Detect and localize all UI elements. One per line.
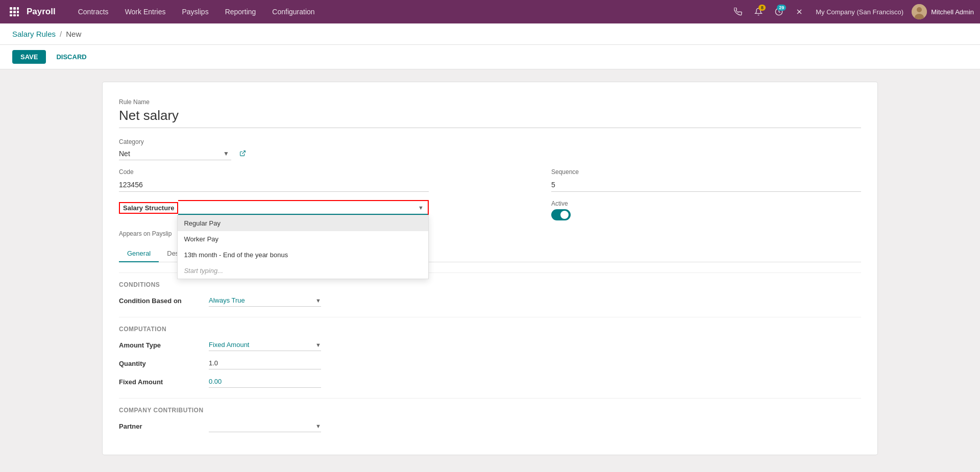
salary-structure-dropdown-list: Regular Pay Worker Pay 13th month - End … bbox=[177, 215, 429, 279]
condition-based-on-select[interactable]: Always True bbox=[209, 294, 313, 306]
code-label: Code bbox=[119, 168, 429, 176]
divider-3 bbox=[119, 398, 861, 399]
active-label: Active bbox=[551, 200, 861, 207]
notifications-icon[interactable]: 8 bbox=[750, 4, 767, 20]
grid-menu-icon[interactable] bbox=[6, 4, 22, 20]
company-contribution-header: Company Contribution bbox=[119, 407, 861, 414]
breadcrumb-parent[interactable]: Salary Rules bbox=[12, 30, 56, 38]
navbar: Payroll Contracts Work Entries Payslips … bbox=[0, 0, 980, 23]
conditions-header: Conditions bbox=[119, 281, 861, 288]
svg-rect-6 bbox=[10, 14, 12, 16]
dropdown-item-13th-month[interactable]: 13th month - End of the year bonus bbox=[178, 247, 428, 263]
svg-rect-8 bbox=[17, 14, 19, 16]
svg-rect-2 bbox=[17, 7, 19, 10]
fixed-amount-value: 0.00 bbox=[209, 376, 321, 388]
salary-structure-dropdown-wrapper: ▼ Regular Pay Worker Pay 13th month - En… bbox=[178, 200, 429, 216]
salary-structure-dropdown-arrow[interactable]: ▼ bbox=[414, 205, 428, 211]
category-select[interactable]: Net bbox=[119, 147, 221, 160]
fixed-amount-row: Fixed Amount 0.00 bbox=[119, 376, 861, 388]
nav-contracts[interactable]: Contracts bbox=[70, 0, 117, 23]
form-card: Rule Name Net salary Category Net ▼ bbox=[102, 82, 878, 455]
category-field: Category Net ▼ bbox=[119, 138, 861, 160]
user-name[interactable]: Mitchell Admin bbox=[931, 8, 974, 16]
toggle-checkmark: ✓ bbox=[564, 212, 568, 218]
amount-type-row: Amount Type Fixed Amount ▼ bbox=[119, 339, 861, 351]
computation-header: Computation bbox=[119, 326, 861, 333]
dropdown-item-start-typing[interactable]: Start typing... bbox=[178, 263, 428, 279]
partner-select[interactable] bbox=[209, 420, 313, 432]
rule-name-value: Net salary bbox=[119, 108, 861, 128]
nav-configuration[interactable]: Configuration bbox=[264, 0, 323, 23]
amount-type-label: Amount Type bbox=[119, 341, 201, 349]
partner-select-wrapper: ▼ bbox=[209, 420, 321, 432]
rule-name-field: Rule Name Net salary bbox=[119, 98, 861, 128]
condition-select-arrow: ▼ bbox=[315, 297, 321, 304]
computation-section: Computation Amount Type Fixed Amount ▼ Q… bbox=[119, 326, 861, 388]
breadcrumb-separator: / bbox=[60, 30, 62, 38]
navbar-right: 8 29 My Company (San Francisco) Mitchell… bbox=[730, 4, 974, 20]
app-logo[interactable]: Payroll bbox=[27, 7, 56, 17]
conditions-section: Conditions Condition Based on Always Tru… bbox=[119, 281, 861, 307]
amount-type-select[interactable]: Fixed Amount bbox=[209, 339, 313, 351]
code-value: 123456 bbox=[119, 178, 429, 192]
active-field: Active ✓ bbox=[551, 200, 861, 222]
category-select-wrapper: Net ▼ bbox=[119, 147, 231, 160]
quantity-label: Quantity bbox=[119, 360, 201, 367]
phone-icon[interactable] bbox=[730, 4, 746, 20]
amount-type-arrow: ▼ bbox=[315, 342, 321, 348]
nav-work-entries[interactable]: Work Entries bbox=[117, 0, 174, 23]
nav-payslips[interactable]: Payslips bbox=[174, 0, 217, 23]
sequence-field: Sequence 5 bbox=[551, 168, 861, 192]
clock-badge: 29 bbox=[777, 5, 786, 11]
svg-point-13 bbox=[917, 7, 922, 12]
active-toggle[interactable]: ✓ bbox=[551, 209, 571, 220]
divider-2 bbox=[119, 317, 861, 317]
svg-rect-5 bbox=[17, 11, 19, 13]
company-contribution-section: Company Contribution Partner ▼ bbox=[119, 407, 861, 432]
nav-reporting[interactable]: Reporting bbox=[217, 0, 264, 23]
rule-name-label: Rule Name bbox=[119, 98, 861, 106]
svg-rect-4 bbox=[13, 11, 16, 13]
close-icon[interactable] bbox=[791, 4, 807, 20]
discard-button[interactable]: DISCARD bbox=[52, 50, 90, 64]
condition-based-on-select-wrapper: Always True ▼ bbox=[209, 294, 321, 307]
dropdown-item-worker-pay[interactable]: Worker Pay bbox=[178, 231, 428, 247]
code-field: Code 123456 bbox=[119, 168, 429, 192]
quantity-row: Quantity 1.0 bbox=[119, 357, 861, 369]
clock-icon[interactable]: 29 bbox=[771, 4, 787, 20]
breadcrumb-current: New bbox=[66, 30, 81, 38]
breadcrumb: Salary Rules / New bbox=[0, 23, 980, 45]
salary-structure-container: Salary Structure ▼ Regular Pay Worker Pa… bbox=[119, 200, 429, 217]
main-content: Rule Name Net salary Category Net ▼ bbox=[0, 69, 980, 467]
svg-rect-0 bbox=[10, 7, 12, 10]
notification-badge: 8 bbox=[758, 5, 766, 11]
condition-based-on-label: Condition Based on bbox=[119, 297, 201, 305]
partner-arrow: ▼ bbox=[315, 423, 321, 429]
svg-rect-1 bbox=[13, 7, 16, 10]
category-label: Category bbox=[119, 138, 861, 145]
salary-structure-input[interactable] bbox=[178, 201, 414, 214]
dropdown-item-regular-pay[interactable]: Regular Pay bbox=[178, 215, 428, 231]
company-name[interactable]: My Company (San Francisco) bbox=[816, 8, 903, 16]
amount-type-select-wrapper: Fixed Amount ▼ bbox=[209, 339, 321, 351]
salary-structure-label: Salary Structure bbox=[119, 202, 178, 214]
avatar[interactable] bbox=[912, 4, 927, 19]
navbar-menu: Contracts Work Entries Payslips Reportin… bbox=[70, 0, 730, 23]
svg-line-15 bbox=[242, 151, 245, 154]
svg-rect-3 bbox=[10, 11, 12, 13]
fixed-amount-label: Fixed Amount bbox=[119, 378, 201, 386]
partner-label: Partner bbox=[119, 423, 201, 430]
sequence-value: 5 bbox=[551, 178, 861, 192]
action-bar: SAVE DISCARD bbox=[0, 45, 980, 69]
quantity-value: 1.0 bbox=[209, 357, 321, 369]
category-select-arrow: ▼ bbox=[223, 150, 229, 157]
tab-general[interactable]: General bbox=[119, 245, 159, 262]
svg-rect-7 bbox=[13, 14, 16, 16]
category-external-link-icon[interactable] bbox=[239, 150, 246, 158]
save-button[interactable]: SAVE bbox=[12, 50, 46, 64]
condition-based-on-row: Condition Based on Always True ▼ bbox=[119, 294, 861, 307]
partner-row: Partner ▼ bbox=[119, 420, 861, 432]
sequence-label: Sequence bbox=[551, 168, 861, 176]
